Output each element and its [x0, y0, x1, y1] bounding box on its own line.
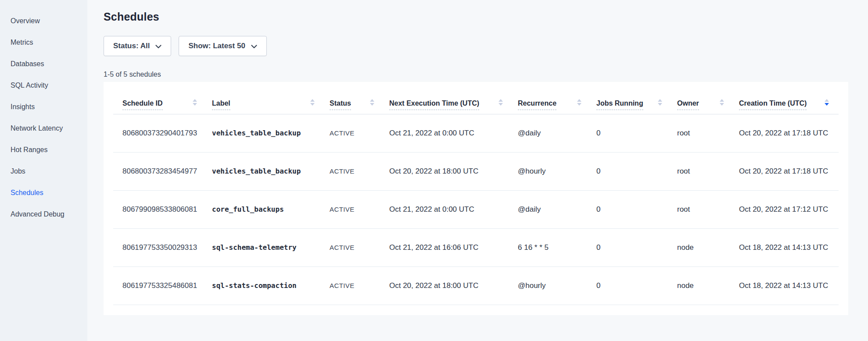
column-header-creation-time-utc[interactable]: Creation Time (UTC)	[739, 82, 839, 114]
cell-status: ACTIVE	[330, 114, 389, 152]
cell-owner: root	[677, 152, 739, 190]
cell-recurrence: @daily	[518, 114, 596, 152]
cell-recurrence: @hourly	[518, 266, 596, 305]
sidebar-item-schedules[interactable]: Schedules	[0, 188, 87, 198]
sort-arrows-icon	[193, 99, 197, 106]
cell-status: ACTIVE	[330, 152, 389, 190]
sort-asc-icon	[825, 99, 829, 102]
column-header-label: Next Execution Time (UTC)	[389, 99, 479, 110]
sort-desc-icon	[577, 103, 581, 106]
status-filter-label: Status: All	[113, 42, 150, 50]
cell-next_execution_time: Oct 20, 2022 at 18:00 UTC	[389, 152, 518, 190]
sort-arrows-icon	[658, 99, 662, 106]
cell-owner: root	[677, 114, 739, 152]
cell-schedule_id: 806800373283454977	[113, 152, 212, 190]
cell-jobs_running: 0	[596, 190, 677, 228]
column-header-next-execution-time-utc[interactable]: Next Execution Time (UTC)	[389, 82, 518, 114]
cell-jobs_running: 0	[596, 152, 677, 190]
column-header-inner: Label	[212, 99, 315, 110]
table-row: 806197753325486081sql-stats-compactionAC…	[113, 266, 839, 305]
show-filter-button[interactable]: Show: Latest 50	[179, 36, 266, 56]
sort-arrows-icon	[499, 99, 503, 106]
column-header-recurrence[interactable]: Recurrence	[518, 82, 596, 114]
results-summary: 1-5 of 5 schedules	[104, 71, 848, 78]
sort-arrows-icon	[577, 99, 581, 106]
sort-asc-icon	[370, 99, 374, 102]
cell-creation_time: Oct 20, 2022 at 17:18 UTC	[739, 114, 839, 152]
cell-next_execution_time: Oct 20, 2022 at 18:00 UTC	[389, 266, 518, 305]
sidebar-item-jobs[interactable]: Jobs	[0, 166, 87, 177]
sidebar-item-network-latency[interactable]: Network Latency	[0, 123, 87, 134]
cell-next_execution_time: Oct 21, 2022 at 0:00 UTC	[389, 190, 518, 228]
cell-jobs_running: 0	[596, 228, 677, 266]
column-header-label: Jobs Running	[596, 99, 643, 110]
cell-creation_time: Oct 18, 2022 at 14:13 UTC	[739, 266, 839, 305]
sidebar-item-advanced-debug[interactable]: Advanced Debug	[0, 209, 87, 220]
table-row: 806799098533806081core_full_backupsACTIV…	[113, 190, 839, 228]
cell-schedule_id: 806197753350029313	[113, 228, 212, 266]
status-filter-button[interactable]: Status: All	[104, 36, 171, 56]
cell-recurrence: @daily	[518, 190, 596, 228]
column-header-label: Label	[212, 99, 230, 110]
page-title: Schedules	[104, 11, 848, 23]
column-header-label: Recurrence	[518, 99, 556, 110]
sidebar-item-overview[interactable]: Overview	[0, 16, 87, 26]
cell-creation_time: Oct 20, 2022 at 17:12 UTC	[739, 190, 839, 228]
column-header-label: Creation Time (UTC)	[739, 99, 807, 110]
column-header-inner: Recurrence	[518, 99, 581, 110]
column-header-inner: Creation Time (UTC)	[739, 99, 829, 110]
schedules-table-card: Schedule IDLabelStatusNext Execution Tim…	[104, 82, 848, 315]
cell-status: ACTIVE	[330, 190, 389, 228]
cell-label: sql-stats-compaction	[212, 266, 330, 305]
cell-status: ACTIVE	[330, 266, 389, 305]
schedules-table: Schedule IDLabelStatusNext Execution Tim…	[113, 82, 839, 305]
cell-schedule_id: 806800373290401793	[113, 114, 212, 152]
column-header-inner: Jobs Running	[596, 99, 662, 110]
sort-asc-icon	[193, 99, 197, 102]
column-header-inner: Owner	[677, 99, 724, 110]
column-header-label: Owner	[677, 99, 699, 110]
column-header-label[interactable]: Label	[212, 82, 330, 114]
column-header-owner[interactable]: Owner	[677, 82, 739, 114]
filters-bar: Status: All Show: Latest 50	[104, 36, 848, 56]
column-header-inner: Next Execution Time (UTC)	[389, 99, 503, 110]
column-header-jobs-running[interactable]: Jobs Running	[596, 82, 677, 114]
cell-next_execution_time: Oct 21, 2022 at 0:00 UTC	[389, 114, 518, 152]
column-header-inner: Schedule ID	[122, 99, 197, 110]
table-row: 806197753350029313sql-schema-telemetryAC…	[113, 228, 839, 266]
cell-label: sql-schema-telemetry	[212, 228, 330, 266]
chevron-down-icon	[251, 42, 257, 51]
main-content: Schedules Status: All Show: Latest 50 1-…	[87, 0, 868, 341]
table-row: 806800373290401793vehicles_table_backupA…	[113, 114, 839, 152]
cell-label: core_full_backups	[212, 190, 330, 228]
cell-creation_time: Oct 20, 2022 at 17:18 UTC	[739, 152, 839, 190]
sort-desc-icon	[499, 103, 503, 106]
column-header-inner: Status	[330, 99, 374, 110]
cell-schedule_id: 806197753325486081	[113, 266, 212, 305]
sort-asc-icon	[310, 99, 315, 102]
cell-owner: root	[677, 190, 739, 228]
show-filter-label: Show: Latest 50	[188, 42, 245, 50]
column-header-status[interactable]: Status	[330, 82, 389, 114]
cell-owner: node	[677, 228, 739, 266]
sort-desc-icon	[825, 103, 829, 106]
sort-desc-icon	[193, 103, 197, 106]
cell-status: ACTIVE	[330, 228, 389, 266]
sidebar-item-hot-ranges[interactable]: Hot Ranges	[0, 145, 87, 155]
cell-creation_time: Oct 18, 2022 at 14:13 UTC	[739, 228, 839, 266]
sort-asc-icon	[658, 99, 662, 102]
sidebar: OverviewMetricsDatabasesSQL ActivityInsi…	[0, 0, 87, 341]
cell-schedule_id: 806799098533806081	[113, 190, 212, 228]
sidebar-item-sql-activity[interactable]: SQL Activity	[0, 80, 87, 91]
column-header-label: Schedule ID	[122, 99, 163, 110]
column-header-label: Status	[330, 99, 351, 110]
table-header-row: Schedule IDLabelStatusNext Execution Tim…	[113, 82, 839, 114]
sort-arrows-icon	[720, 99, 724, 106]
sort-desc-icon	[720, 103, 724, 106]
sidebar-item-insights[interactable]: Insights	[0, 102, 87, 112]
sort-desc-icon	[310, 103, 315, 106]
cell-label: vehicles_table_backup	[212, 114, 330, 152]
column-header-schedule-id[interactable]: Schedule ID	[113, 82, 212, 114]
sidebar-item-databases[interactable]: Databases	[0, 59, 87, 69]
sidebar-item-metrics[interactable]: Metrics	[0, 37, 87, 48]
